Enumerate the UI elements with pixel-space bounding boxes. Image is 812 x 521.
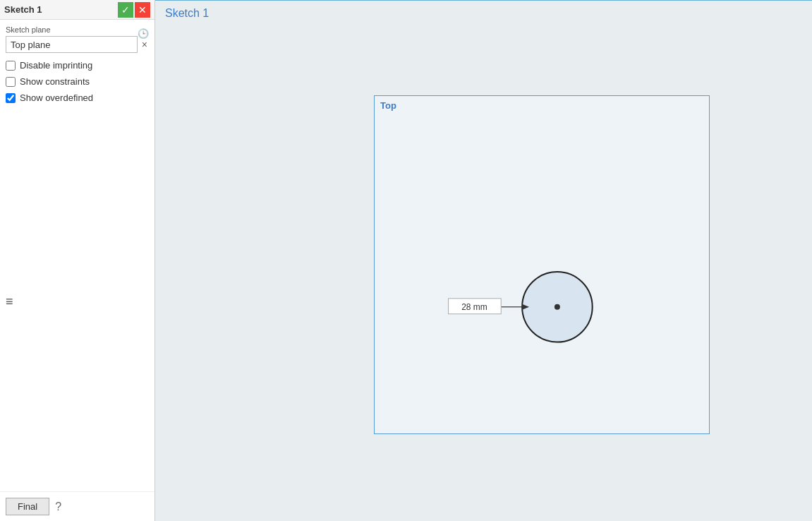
main-area: Sketch 1 Top 28 mm: [155, 0, 812, 521]
show-overdefined-checkbox[interactable]: [6, 93, 16, 103]
confirm-button[interactable]: ✓: [118, 2, 133, 18]
left-panel: Sketch 1 ✓ ✕ 🕒 Sketch plane × Disable im…: [0, 0, 155, 521]
show-overdefined-label: Show overdefined: [20, 92, 93, 103]
show-constraints-row: Show constraints: [6, 76, 149, 87]
sketch-plane-input-row: ×: [6, 36, 149, 53]
center-dot: [555, 304, 560, 310]
show-overdefined-row: Show overdefined: [6, 92, 149, 103]
sketch-canvas: 28 mm: [375, 96, 709, 433]
sketch-title: Sketch 1: [165, 7, 209, 20]
sketch-plane-input[interactable]: [6, 36, 138, 53]
sketch-plane-label: Sketch plane: [6, 25, 149, 34]
panel-title: Sketch 1: [4, 4, 42, 15]
disable-imprinting-label: Disable imprinting: [20, 60, 92, 71]
disable-imprinting-row: Disable imprinting: [6, 60, 149, 71]
final-button[interactable]: Final: [6, 498, 49, 515]
sketch-plane-clear-button[interactable]: ×: [140, 39, 149, 50]
clock-icon[interactable]: 🕒: [138, 28, 149, 39]
header-buttons: ✓ ✕: [118, 2, 150, 18]
list-icon[interactable]: ≡: [6, 294, 13, 309]
clock-icon-wrap: 🕒: [138, 28, 149, 39]
close-button[interactable]: ✕: [135, 2, 150, 18]
panel-header: Sketch 1 ✓ ✕: [0, 0, 154, 20]
panel-footer: Final ?: [0, 491, 154, 521]
viewport-box: Top 28 mm: [374, 95, 710, 434]
top-line: [155, 0, 812, 1]
dimension-text: 28 mm: [461, 302, 487, 312]
show-constraints-label: Show constraints: [20, 76, 90, 87]
panel-body: 🕒 Sketch plane × Disable imprinting Show…: [0, 20, 154, 491]
disable-imprinting-checkbox[interactable]: [6, 61, 16, 71]
show-constraints-checkbox[interactable]: [6, 77, 16, 87]
list-icon-area: ≡: [6, 294, 13, 309]
help-button[interactable]: ?: [55, 501, 61, 513]
sketch-plane-group: Sketch plane ×: [6, 25, 149, 53]
